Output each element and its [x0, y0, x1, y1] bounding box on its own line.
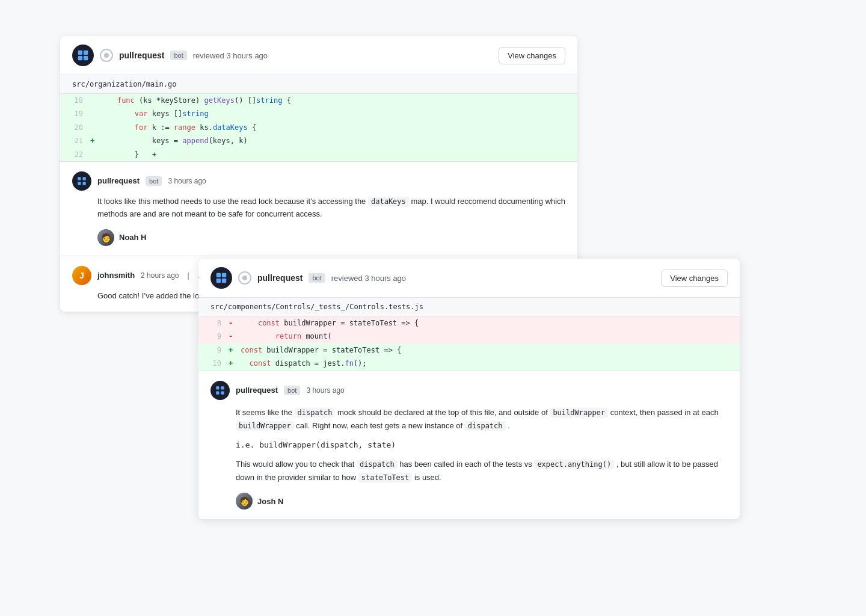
code-line-22: 22 } +: [60, 148, 577, 161]
card1-header: pullrequest bot reviewed 3 hours ago Vie…: [60, 36, 577, 75]
card2-code4: dispatch: [465, 421, 506, 431]
card1-user-avatar: J: [72, 266, 91, 285]
card2-code6: expect.anything(): [534, 460, 614, 469]
svg-rect-1: [84, 51, 88, 55]
card1-reaction-name: Noah H: [119, 233, 147, 242]
card2-bot-comment-avatar: [210, 381, 230, 400]
eye-icon: [100, 49, 113, 62]
card1-header-meta: reviewed 3 hours ago: [193, 51, 493, 60]
card2-bot-comment-username: pullrequest: [236, 386, 278, 395]
code-line-8-removed: 8 - const buildWrapper = stateToTest => …: [198, 316, 740, 330]
card2-bot-comment: pullrequest bot 3 hours ago It seems lik…: [198, 371, 740, 519]
card1-code-block: 18 func (ks *keyStore) getKeys() []strin…: [60, 94, 577, 161]
card2-ie-text: i.e. buildWrapper(dispatch, state): [236, 439, 728, 452]
card2-code2: buildWrapper: [550, 408, 608, 417]
pullrequest-bot-avatar: [72, 45, 94, 66]
card2-reaction-row: 🧑 Josh N: [236, 493, 728, 510]
svg-rect-10: [216, 279, 221, 283]
svg-rect-12: [216, 386, 219, 389]
svg-rect-11: [222, 279, 226, 283]
card2-reaction-name: Josh N: [257, 497, 283, 506]
code-line-9-added: 9 + const buildWrapper = stateToTest => …: [198, 343, 740, 357]
card1-bot-comment-avatar: [72, 171, 91, 191]
card1-bot-comment-username: pullrequest: [97, 176, 140, 185]
card2-eye-icon: [238, 271, 251, 285]
card1-header-username: pullrequest: [119, 51, 164, 60]
svg-rect-4: [78, 177, 81, 180]
card1-view-changes-button[interactable]: View changes: [499, 47, 565, 64]
card1-user-time: 2 hours ago: [141, 271, 179, 280]
svg-rect-6: [78, 182, 81, 185]
svg-rect-0: [78, 51, 82, 55]
code-line-21: 21 + keys = append(keys, k): [60, 134, 577, 147]
card2-header-meta: reviewed 3 hours ago: [331, 274, 656, 283]
card2-code1: dispatch: [295, 408, 336, 417]
card1-user-username: johnsmith: [97, 271, 135, 280]
code-line-20: 20 for k := range ks.dataKeys {: [60, 121, 577, 134]
svg-rect-15: [221, 391, 224, 394]
svg-rect-13: [221, 386, 224, 389]
card2-bot-comment-para2: This would allow you to check that dispa…: [236, 458, 728, 484]
card2-bot-commenter-row: pullrequest bot 3 hours ago: [210, 381, 728, 400]
card1-file-path: src/organization/main.go: [60, 75, 577, 94]
card2-code7: stateToTest: [358, 473, 412, 482]
card2-bot-comment-para1: It seems like the dispatch mock should b…: [236, 406, 728, 433]
card-2: pullrequest bot reviewed 3 hours ago Vie…: [198, 259, 740, 519]
card2-view-changes-button[interactable]: View changes: [661, 270, 728, 287]
svg-rect-3: [84, 56, 88, 60]
card2-file-path: src/components/Controls/_tests_/Controls…: [198, 298, 740, 316]
code-line-9-removed: 9 - return mount(: [198, 330, 740, 343]
card1-reaction-row: 🧑 Noah H: [97, 229, 565, 246]
svg-rect-5: [83, 177, 86, 180]
card2-bot-avatar: [210, 267, 232, 289]
card1-bot-comment-badge: bot: [146, 176, 162, 186]
card2-bot-comment-time: 3 hours ago: [306, 386, 344, 395]
card2-code5: dispatch: [357, 460, 398, 469]
card2-header-badge: bot: [309, 273, 325, 283]
svg-rect-8: [216, 273, 221, 277]
card2-reaction-avatar: 🧑: [236, 493, 253, 510]
card1-header-badge: bot: [170, 51, 186, 60]
code-line-18: 18 func (ks *keyStore) getKeys() []strin…: [60, 94, 577, 107]
svg-rect-2: [78, 56, 82, 60]
card1-bot-comment: pullrequest bot 3 hours ago It looks lik…: [60, 161, 577, 256]
card2-header: pullrequest bot reviewed 3 hours ago Vie…: [198, 259, 740, 298]
card1-bot-comment-text: It looks like this method needs to use t…: [97, 196, 565, 221]
svg-rect-14: [216, 391, 219, 394]
code-line-10-added: 10 + const dispatch = jest.fn();: [198, 357, 740, 370]
card2-code-block: 8 - const buildWrapper = stateToTest => …: [198, 316, 740, 371]
card1-reaction-avatar: 🧑: [97, 229, 114, 246]
svg-rect-7: [83, 182, 86, 185]
svg-rect-9: [222, 273, 226, 277]
card2-header-username: pullrequest: [257, 273, 302, 283]
card2-code3: buildWrapper: [236, 421, 294, 431]
card1-bot-comment-time: 3 hours ago: [168, 177, 206, 185]
card1-bot-comment-inline-code: dataKeys: [368, 197, 409, 206]
code-line-19: 19 var keys []string: [60, 107, 577, 120]
card2-bot-comment-badge: bot: [284, 386, 300, 395]
card1-bot-commenter-row: pullrequest bot 3 hours ago: [72, 171, 565, 191]
